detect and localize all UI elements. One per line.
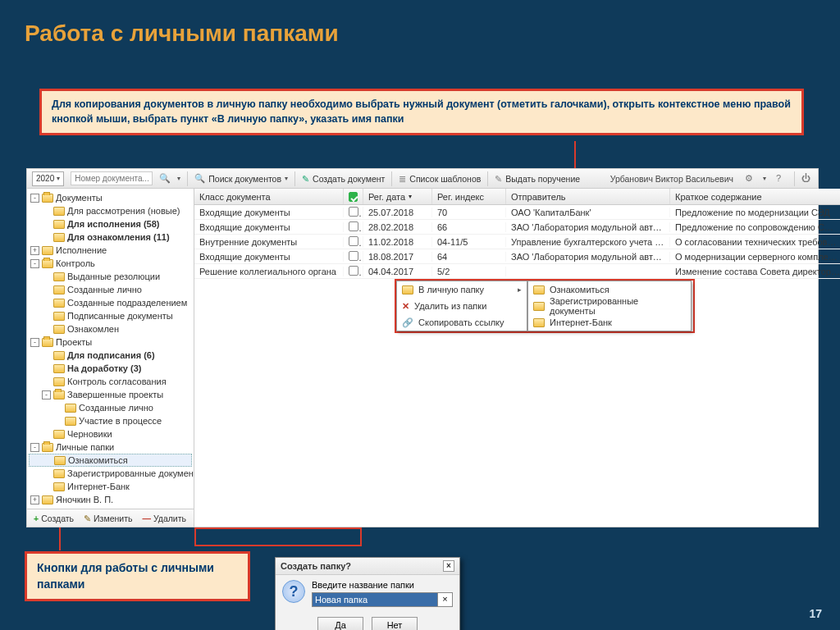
tree-item-label: Для подписания (6) bbox=[67, 350, 155, 360]
tree-item[interactable]: Ознакомлен bbox=[29, 322, 192, 336]
tree-item-label: Интернет-Банк bbox=[67, 482, 130, 491]
tree-toggle-icon bbox=[42, 285, 51, 294]
table-cell bbox=[344, 207, 363, 218]
table-cell: 70 bbox=[432, 208, 506, 217]
folder-icon bbox=[42, 259, 53, 268]
year-selector[interactable]: 2020▾ bbox=[32, 171, 64, 186]
tree-item[interactable]: Участие в процессе bbox=[29, 414, 192, 427]
tree-toggle-icon[interactable]: - bbox=[30, 194, 39, 203]
folder-icon bbox=[53, 285, 65, 294]
tree-toggle-icon bbox=[42, 220, 51, 229]
ctx-submenu-item[interactable]: Интернет-Банк bbox=[528, 314, 691, 331]
ctx-submenu-item[interactable]: Ознакомиться bbox=[528, 281, 691, 298]
doc-number-input[interactable] bbox=[71, 171, 153, 185]
row-checkbox[interactable] bbox=[349, 251, 358, 261]
tree-toggle-icon[interactable]: + bbox=[30, 495, 39, 504]
tree-toggle-icon bbox=[42, 351, 51, 360]
tree-toggle-icon[interactable]: + bbox=[30, 246, 39, 255]
tree-item[interactable]: Созданные лично bbox=[29, 283, 192, 296]
ctx-to-folder-label: В личную папку bbox=[418, 285, 484, 294]
folder-name-input[interactable] bbox=[312, 592, 438, 607]
col-summary[interactable]: Краткое содержание bbox=[670, 189, 840, 204]
search-docs-button[interactable]: 🔍Поиск документов▾ bbox=[194, 173, 288, 184]
context-submenu[interactable]: ОзнакомитьсяЗарегистрированные документы… bbox=[527, 281, 692, 331]
col-index[interactable]: Рег. индекс bbox=[432, 189, 506, 204]
row-checkbox[interactable] bbox=[349, 221, 358, 231]
table-cell bbox=[344, 221, 363, 233]
ctx-copy-link[interactable]: 🔗Скопировать ссылку bbox=[397, 314, 527, 331]
table-row[interactable]: Входящие документы18.08.201764ЗАО 'Лабор… bbox=[194, 249, 840, 264]
tree-item[interactable]: Интернет-Банк bbox=[29, 480, 192, 493]
tree-item[interactable]: На доработку (3) bbox=[29, 362, 192, 375]
folder-icon bbox=[53, 299, 65, 308]
tree-toggle-icon bbox=[42, 312, 51, 321]
tree-item[interactable]: -Контроль bbox=[29, 257, 192, 270]
table-row[interactable]: Входящие документы25.07.201870ОАО 'Капит… bbox=[194, 205, 840, 220]
app-window: 2020▾ 🔍 ▾ 🔍Поиск документов▾ ✎Создать до… bbox=[26, 168, 819, 527]
col-check[interactable] bbox=[344, 189, 363, 204]
tree-item[interactable]: -Личные папки bbox=[29, 441, 192, 454]
col-date[interactable]: Рег. дата ▾ bbox=[363, 189, 432, 204]
tree-toggle-icon[interactable]: - bbox=[42, 390, 51, 399]
tree-item[interactable]: Созданные лично bbox=[29, 401, 192, 414]
tree-item[interactable]: +Яночкин В. П. bbox=[29, 493, 192, 506]
tree-item[interactable]: -Завершенные проекты bbox=[29, 388, 192, 401]
folder-tree[interactable]: -ДокументыДля рассмотрения (новые)Для ис… bbox=[27, 189, 194, 509]
tree-item[interactable]: Выданные резолюции bbox=[29, 270, 192, 283]
dialog-no-button[interactable]: Нет bbox=[372, 617, 418, 630]
ctx-to-folder[interactable]: В личную папку▸ bbox=[397, 281, 527, 298]
check-all-icon[interactable] bbox=[349, 192, 358, 202]
row-checkbox[interactable] bbox=[349, 207, 358, 217]
edit-folder-button[interactable]: ✎Изменить bbox=[84, 514, 132, 523]
search-icon[interactable]: 🔍 bbox=[159, 173, 171, 184]
tree-toggle-icon[interactable]: - bbox=[30, 338, 39, 347]
tree-item-label: Для ознакомления (11) bbox=[67, 232, 170, 242]
delete-folder-button[interactable]: —Удалить bbox=[142, 514, 186, 523]
clear-input-button[interactable]: × bbox=[438, 592, 453, 607]
tree-item[interactable]: -Документы bbox=[29, 191, 192, 204]
logout-icon[interactable]: ⏻ bbox=[801, 173, 813, 185]
tree-item[interactable]: Зарегистрированные документы bbox=[29, 467, 192, 480]
tree-item[interactable]: Черновики bbox=[29, 427, 192, 441]
context-menu[interactable]: В личную папку▸ ✕Удалить из папки 🔗Скопи… bbox=[396, 281, 527, 331]
table-cell: 66 bbox=[432, 222, 506, 232]
table-cell: Входящие документы bbox=[194, 252, 344, 262]
create-folder-button[interactable]: +Создать bbox=[34, 514, 74, 523]
col-from[interactable]: Отправитель bbox=[506, 189, 670, 204]
templates-button[interactable]: ≣Список шаблонов bbox=[399, 174, 481, 184]
assign-button[interactable]: ✎Выдать поручение bbox=[495, 174, 580, 184]
tree-toggle-icon[interactable]: - bbox=[30, 259, 39, 268]
tree-toggle-icon[interactable]: - bbox=[30, 443, 39, 452]
table-cell: О модернизации серверного компле… bbox=[670, 252, 840, 262]
tree-item[interactable]: Подписанные документы bbox=[29, 309, 192, 322]
folder-icon bbox=[42, 443, 53, 452]
table-cell: Входящие документы bbox=[194, 222, 344, 232]
help-icon[interactable]: ? bbox=[776, 173, 788, 185]
tree-item[interactable]: Для исполнения (58) bbox=[29, 217, 192, 231]
ctx-remove[interactable]: ✕Удалить из папки bbox=[397, 298, 527, 314]
tree-item[interactable]: Созданные подразделением bbox=[29, 296, 192, 309]
table-cell: Предложение по модернизации СЭД bbox=[670, 208, 840, 217]
table-row[interactable]: Входящие документы28.02.201866ЗАО 'Лабор… bbox=[194, 220, 840, 235]
tree-toggle-icon bbox=[43, 456, 52, 465]
tree-item[interactable]: Для рассмотрения (новые) bbox=[29, 204, 192, 217]
folder-icon bbox=[42, 495, 53, 504]
tree-item[interactable]: -Проекты bbox=[29, 336, 192, 349]
tree-item[interactable]: Для подписания (6) bbox=[29, 349, 192, 362]
tree-item[interactable]: Ознакомиться bbox=[29, 454, 192, 467]
table-row[interactable]: Решение коллегиального органа04.04.20175… bbox=[194, 264, 840, 279]
ctx-submenu-item[interactable]: Зарегистрированные документы bbox=[528, 298, 691, 314]
tree-item[interactable]: Контроль согласования bbox=[29, 375, 192, 388]
table-row[interactable]: Внутренние документы11.02.201804-11/5Упр… bbox=[194, 235, 840, 249]
dialog-close-button[interactable]: × bbox=[443, 560, 454, 572]
create-doc-button[interactable]: ✎Создать документ bbox=[302, 174, 385, 184]
col-class[interactable]: Класс документа bbox=[194, 189, 344, 204]
tree-toggle-icon bbox=[42, 233, 51, 242]
settings-icon[interactable]: ⚙ bbox=[745, 173, 756, 185]
tree-item[interactable]: +Исполнение bbox=[29, 244, 192, 257]
tree-item[interactable]: Для ознакомления (11) bbox=[29, 231, 192, 244]
row-checkbox[interactable] bbox=[349, 266, 358, 276]
row-checkbox[interactable] bbox=[349, 236, 358, 246]
dialog-yes-button[interactable]: Да bbox=[317, 617, 363, 630]
tree-item-label: Созданные подразделением bbox=[67, 298, 187, 308]
